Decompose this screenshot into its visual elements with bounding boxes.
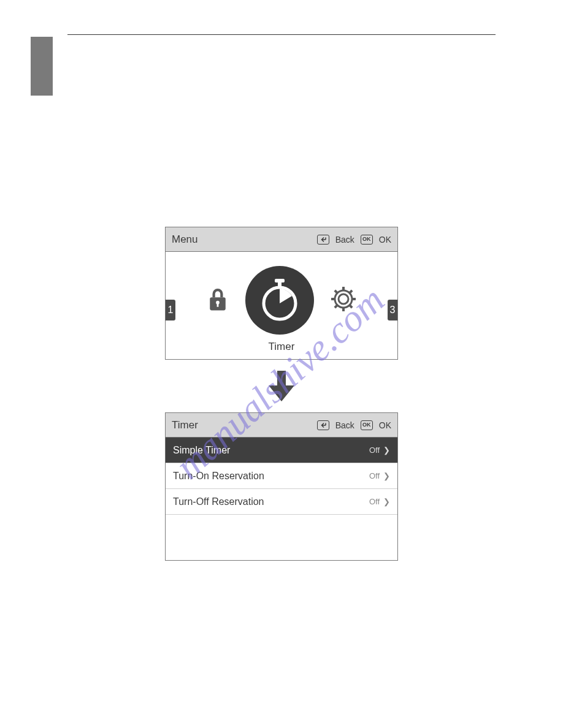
side-tab [31,37,53,96]
back-icon[interactable] [317,235,329,245]
row-label: Turn-Off Reservation [173,496,369,507]
svg-rect-9 [342,307,345,311]
row-status: Off [369,471,380,480]
carousel-right-fragment: 3 [388,300,397,320]
carousel-left-fragment: 1 [166,300,175,320]
lock-icon[interactable] [207,287,228,314]
list-item[interactable]: Simple Timer Off ❯ [166,438,397,463]
menu-header-actions: Back OK OK [317,235,391,245]
back-icon[interactable] [317,420,329,430]
arrow-down-icon [269,371,294,401]
svg-rect-2 [217,303,219,307]
timer-header-actions: Back OK OK [317,420,391,430]
page-top-rule [67,34,496,35]
timer-title: Timer [172,419,317,431]
menu-title: Menu [172,233,317,246]
timer-body: Simple Timer Off ❯ Turn-On Reservation O… [166,438,397,560]
back-label: Back [335,235,354,245]
timer-panel-header: Timer Back OK OK [166,413,397,438]
gear-icon[interactable] [331,287,356,314]
row-status: Off [369,497,380,506]
menu-selected-label: Timer [166,341,397,353]
timer-icon-selected[interactable] [245,266,314,335]
list-item[interactable]: Turn-Off Reservation Off ❯ [166,489,397,515]
row-label: Turn-On Reservation [173,471,369,482]
svg-rect-10 [331,298,335,300]
menu-body: 1 3 [166,252,397,359]
chevron-right-icon: ❯ [383,446,390,455]
chevron-right-icon: ❯ [383,471,390,480]
ok-icon[interactable]: OK [361,420,373,430]
chevron-right-icon: ❯ [383,497,390,506]
svg-rect-11 [351,298,356,300]
ok-icon[interactable]: OK [361,235,373,245]
menu-panel: Menu Back OK OK 1 3 [165,227,398,360]
list-item[interactable]: Turn-On Reservation Off ❯ [166,463,397,489]
svg-rect-4 [278,281,282,286]
ok-label: OK [379,235,391,245]
row-label: Simple Timer [173,445,369,456]
svg-point-6 [339,294,348,304]
menu-panel-header: Menu Back OK OK [166,227,397,252]
back-label: Back [335,420,354,430]
content-area: Menu Back OK OK 1 3 [0,227,563,561]
menu-carousel [207,266,356,335]
svg-rect-8 [342,287,345,291]
row-status: Off [369,446,380,455]
timer-panel: Timer Back OK OK Simple Timer Off ❯ Turn… [165,412,398,561]
ok-label: OK [379,420,391,430]
